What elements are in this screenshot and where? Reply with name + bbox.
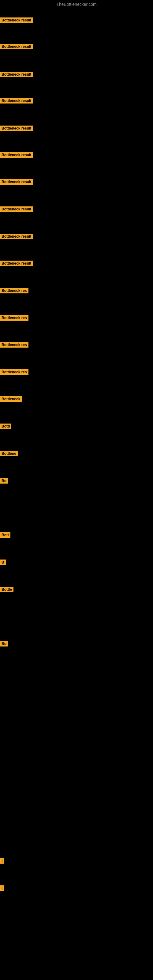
badge-1[interactable]: Bottleneck result xyxy=(0,18,33,23)
badge-21[interactable]: Bottle xyxy=(0,587,13,592)
badge-8[interactable]: Bottleneck result xyxy=(0,207,33,212)
badge-19[interactable]: Bott xyxy=(0,532,10,538)
badge-22[interactable]: Bo xyxy=(0,641,8,646)
badge-10[interactable]: Bottleneck result xyxy=(0,261,33,266)
badge-20[interactable]: B xyxy=(0,560,6,565)
badge-18[interactable]: Bo xyxy=(0,478,8,484)
badge-17[interactable]: Bottlene xyxy=(0,451,18,456)
badge-15[interactable]: Bottleneck xyxy=(0,396,22,402)
badge-2[interactable]: Bottleneck result xyxy=(0,44,33,49)
badge-13[interactable]: Bottleneck res xyxy=(0,342,29,348)
badge-9[interactable]: Bottleneck result xyxy=(0,234,33,239)
badge-11[interactable]: Bottleneck res xyxy=(0,288,29,293)
site-title: TheBottlenecker.com xyxy=(0,1,153,8)
badge-12[interactable]: Bottleneck res xyxy=(0,315,29,321)
badge-24[interactable]: | xyxy=(0,885,4,891)
badge-6[interactable]: Bottleneck result xyxy=(0,152,33,158)
badge-4[interactable]: Bottleneck result xyxy=(0,98,33,103)
badge-5[interactable]: Bottleneck result xyxy=(0,126,33,131)
badge-7[interactable]: Bottleneck result xyxy=(0,179,33,185)
badge-14[interactable]: Bottleneck res xyxy=(0,369,29,375)
badge-3[interactable]: Bottleneck result xyxy=(0,72,33,77)
badge-23[interactable]: | xyxy=(0,858,4,864)
badge-16[interactable]: Bottl xyxy=(0,423,11,429)
